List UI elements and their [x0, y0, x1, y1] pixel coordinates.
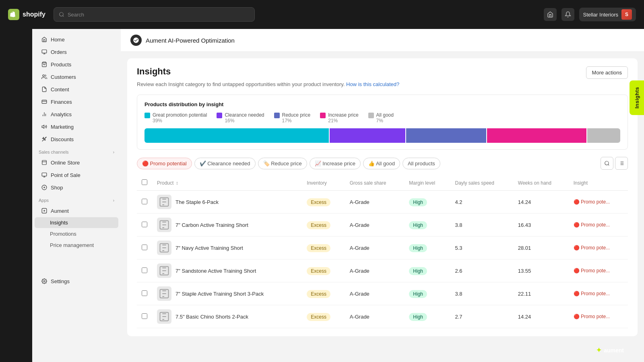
- insights-vertical-label: Insights: [634, 87, 640, 109]
- filter-tab-promo[interactable]: 🔴 Promo potential: [137, 158, 192, 169]
- search-filter-icons: [601, 157, 628, 170]
- row-gross-sale-share: A-Grade: [345, 259, 405, 282]
- product-cell: The Staple 6-Pack: [157, 195, 297, 209]
- shopify-logo-text: shopify: [23, 11, 45, 18]
- row-margin-level: High: [404, 237, 450, 259]
- aument-header: Aument AI-Powered Optimization: [121, 29, 644, 52]
- select-all-checkbox[interactable]: [142, 179, 147, 185]
- table-row: The Staple 6-Pack Excess A-Grade High 4.…: [137, 191, 628, 214]
- sidebar-item-orders[interactable]: Orders: [35, 46, 118, 58]
- shopify-logo[interactable]: shopify: [8, 9, 45, 20]
- header-product[interactable]: Product ↕: [152, 175, 302, 191]
- sidebar-item-online-store[interactable]: Online Store: [35, 156, 118, 169]
- row-checkbox[interactable]: [142, 267, 147, 273]
- row-insight: 🔴 Promo pote...: [569, 191, 628, 214]
- search-bar[interactable]: [54, 7, 255, 22]
- insights-section: Insights More actions Review each Insigh…: [127, 58, 638, 336]
- margin-badge: High: [409, 313, 427, 321]
- bar-segment-promo: [144, 128, 329, 143]
- settings-label: Settings: [51, 278, 70, 284]
- product-name: 7" Sandstone Active Training Short: [175, 268, 256, 274]
- sidebar-item-content[interactable]: Content: [35, 83, 118, 95]
- row-margin-level: High: [404, 214, 450, 237]
- product-name: 7" Carbon Active Training Short: [175, 222, 248, 228]
- sidebar-item-home[interactable]: Home: [35, 33, 118, 45]
- legend-dot-increase: [320, 113, 326, 118]
- filter-tab-all-products-label: All products: [408, 160, 435, 167]
- filter-tab-increase[interactable]: 📈 Increase price: [310, 158, 361, 169]
- header-margin-level: Margin level: [404, 175, 450, 191]
- sidebar-item-settings[interactable]: Settings: [35, 275, 118, 287]
- sidebar-sub-item-label: Promotions: [50, 231, 76, 237]
- bar-segment-reduce: [406, 128, 487, 143]
- margin-badge: High: [409, 198, 427, 206]
- home-icon: [41, 36, 47, 43]
- product-thumbnail: [157, 309, 171, 324]
- legend-pct-increase: 21%: [328, 118, 358, 123]
- store-badge[interactable]: Stellar Interiors S: [579, 8, 636, 21]
- settings-icon: [41, 278, 47, 284]
- row-daily-sales-speed: 3.8: [450, 282, 513, 305]
- row-product: 7" Staple Active Training Short 3-Pack: [152, 282, 302, 305]
- sidebar-item-label: Online Store: [51, 160, 80, 166]
- row-inventory: Excess: [302, 214, 345, 237]
- filter-icon-btn[interactable]: [615, 157, 628, 170]
- header-gross-sale-share: Gross sale share: [345, 175, 405, 191]
- sidebar-item-label: Orders: [51, 49, 67, 55]
- sidebar-sub-item-price-management[interactable]: Price management: [35, 240, 118, 251]
- table-row: 7" Carbon Active Training Short Excess A…: [137, 214, 628, 237]
- svg-point-17: [605, 161, 609, 165]
- store-name: Stellar Interiors: [583, 12, 618, 18]
- product-cell: 7" Sandstone Active Training Short: [157, 263, 297, 278]
- shopify-icon: [8, 9, 19, 20]
- row-checkbox[interactable]: [142, 313, 147, 319]
- row-checkbox[interactable]: [142, 290, 147, 296]
- sidebar-item-customers[interactable]: Customers: [35, 71, 118, 83]
- sidebar-item-finances[interactable]: Finances: [35, 96, 118, 108]
- row-checkbox[interactable]: [142, 245, 147, 250]
- filter-tab-reduce[interactable]: 🏷️ Reduce price: [258, 158, 307, 169]
- content-area: Aument AI-Powered Optimization Insights …: [121, 29, 644, 362]
- sidebar-sub-item-insights[interactable]: Insights: [35, 217, 118, 228]
- filter-tab-clearance[interactable]: ✔️ Clearance needed: [194, 158, 256, 169]
- row-product: 7" Navy Active Training Short: [152, 237, 302, 259]
- product-cell: 7.5" Basic Chino Shorts 2-Pack: [157, 309, 297, 324]
- filter-tabs: 🔴 Promo potential ✔️ Clearance needed 🏷️…: [137, 157, 628, 170]
- bell-icon-btn[interactable]: [561, 8, 574, 21]
- how-calculated-link[interactable]: How is this calculated?: [346, 81, 399, 87]
- inventory-badge: Excess: [307, 267, 330, 275]
- distribution-title: Products distribution by insight: [144, 101, 620, 107]
- content-icon: [41, 86, 47, 93]
- sidebar-sub-item-label: Insights: [50, 220, 68, 226]
- sidebar-item-analytics[interactable]: Analytics: [35, 108, 118, 120]
- svg-point-3: [43, 75, 45, 77]
- row-inventory: Excess: [302, 305, 345, 328]
- sidebar-item-label: Marketing: [51, 124, 74, 130]
- sidebar-item-shop[interactable]: Shop: [35, 181, 118, 193]
- more-actions-button[interactable]: More actions: [586, 66, 628, 79]
- search-input[interactable]: [68, 12, 250, 18]
- bar-segment-increase: [487, 128, 586, 143]
- insights-vertical-tab[interactable]: Insights: [630, 80, 644, 115]
- sidebar-item-products[interactable]: Products: [35, 58, 118, 70]
- row-weeks-on-hand: 14.24: [513, 191, 569, 214]
- product-thumbnail: [157, 241, 171, 255]
- filter-tab-all-products[interactable]: All products: [402, 158, 440, 169]
- legend-item-promo: Great promotion potential 39%: [144, 112, 207, 123]
- row-daily-sales-speed: 3.8: [450, 214, 513, 237]
- sidebar-sub-item-promotions[interactable]: Promotions: [35, 228, 118, 239]
- legend-item-clearance: Clearance needed 16%: [217, 112, 264, 123]
- row-checkbox[interactable]: [142, 199, 147, 204]
- sidebar-item-label: Aument: [51, 208, 69, 214]
- sidebar-item-aument[interactable]: Aument: [35, 205, 118, 217]
- sidebar-item-point-of-sale[interactable]: Point of Sale: [35, 169, 118, 181]
- filter-tab-all-good[interactable]: 👍 All good: [363, 158, 400, 169]
- sidebar-item-discounts[interactable]: Discounts: [35, 133, 118, 145]
- legend-pct-reduce: 17%: [282, 118, 311, 123]
- row-checkbox[interactable]: [142, 222, 147, 227]
- sidebar-item-marketing[interactable]: Marketing: [35, 121, 118, 133]
- svg-point-10: [45, 140, 45, 140]
- row-weeks-on-hand: 22.11: [513, 282, 569, 305]
- store-icon-btn[interactable]: [544, 8, 557, 21]
- search-icon-btn[interactable]: [601, 157, 613, 170]
